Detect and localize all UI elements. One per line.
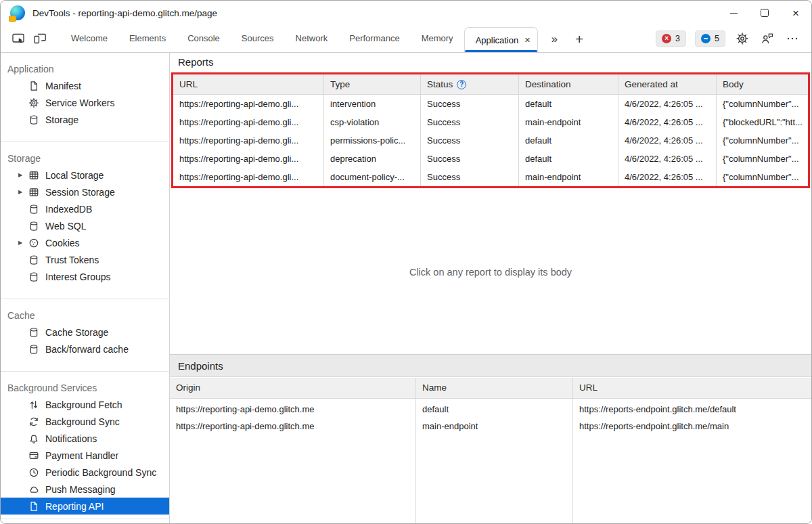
tab-welcome[interactable]: Welcome [60, 25, 118, 52]
feedback-button[interactable] [759, 30, 775, 47]
report-cell[interactable]: default [518, 131, 618, 150]
tab-close-icon[interactable]: × [524, 35, 530, 45]
sidebar-item-reporting-api[interactable]: Reporting API [1, 498, 169, 515]
report-cell[interactable]: 4/6/2022, 4:26:05 ... [618, 113, 716, 131]
sidebar-item-cookies[interactable]: ▶ Cookies [1, 234, 169, 251]
column-header-origin[interactable]: Origin [170, 378, 415, 398]
report-cell[interactable]: {"columnNumber"... [716, 131, 808, 150]
error-badge[interactable]: × 3 [656, 30, 686, 47]
tab-console[interactable]: Console [177, 25, 231, 52]
sidebar-item-push-messaging[interactable]: Push Messaging [1, 481, 169, 498]
sidebar-item-manifest[interactable]: Manifest [1, 77, 169, 94]
column-header-type[interactable]: Type [323, 74, 420, 95]
report-cell[interactable]: {"columnNumber"... [716, 95, 808, 113]
report-cell[interactable]: deprecation [323, 150, 420, 168]
report-cell[interactable]: default [518, 95, 618, 113]
close-icon: × [792, 7, 799, 19]
sidebar-item-background-sync[interactable]: Background Sync [1, 413, 169, 430]
report-cell[interactable]: {"columnNumber"... [716, 168, 808, 186]
report-cell[interactable]: https://reporting-api-demo.gli... [173, 131, 323, 150]
endpoint-cell[interactable]: https://reports-endpoint.glitch.me/main [573, 418, 811, 435]
endpoint-cell[interactable]: default [416, 401, 572, 418]
reports-section-title: Reports [170, 53, 811, 72]
sidebar-item-periodic-background-sync[interactable]: Periodic Background Sync [1, 464, 169, 481]
column-header-url[interactable]: URL [572, 378, 811, 398]
tab-sources[interactable]: Sources [231, 25, 285, 52]
help-icon[interactable]: ? [457, 80, 466, 89]
report-cell[interactable]: https://reporting-api-demo.gli... [173, 168, 323, 186]
expander-icon[interactable]: ▶ [18, 189, 28, 195]
expander-icon[interactable]: ▶ [18, 240, 28, 246]
minimize-button[interactable] [718, 1, 749, 25]
sidebar-item-notifications[interactable]: Notifications [1, 430, 169, 447]
card-icon [28, 450, 39, 461]
settings-button[interactable] [734, 30, 750, 47]
database-icon [28, 204, 39, 215]
inspect-element-button[interactable] [7, 29, 29, 48]
report-cell[interactable]: 4/6/2022, 4:26:05 ... [618, 150, 716, 168]
sidebar-item-back-forward-cache[interactable]: Back/forward cache [1, 341, 169, 357]
endpoint-cell[interactable]: main-endpoint [416, 418, 572, 435]
sidebar-item-web-sql[interactable]: Web SQL [1, 217, 169, 234]
more-tabs-button[interactable]: » [545, 32, 564, 45]
sidebar-item-indexeddb[interactable]: IndexedDB [1, 200, 169, 217]
column-header-destination[interactable]: Destination [518, 74, 618, 95]
report-cell[interactable]: Success [420, 168, 518, 186]
report-cell[interactable]: 4/6/2022, 4:26:05 ... [618, 95, 716, 113]
maximize-button[interactable] [749, 1, 780, 25]
tab-application-label: Application [476, 35, 519, 45]
report-cell[interactable]: https://reporting-api-demo.gli... [173, 95, 323, 113]
feedback-person-icon [761, 32, 774, 45]
sidebar-item-service-workers[interactable]: Service Workers [1, 94, 169, 111]
column-header-body[interactable]: Body [716, 74, 808, 95]
report-cell[interactable]: Success [420, 95, 518, 113]
column-header-name[interactable]: Name [415, 378, 572, 398]
column-header-status[interactable]: Status ? [420, 74, 518, 95]
report-cell[interactable]: Success [420, 113, 518, 131]
column-header-generated-at[interactable]: Generated at [618, 74, 716, 95]
report-cell[interactable]: document-policy-... [323, 168, 420, 186]
report-cell[interactable]: main-endpoint [518, 113, 618, 131]
endpoint-cell[interactable]: https://reporting-api-demo.glitch.me [170, 418, 415, 435]
report-cell[interactable]: permissions-polic... [323, 131, 420, 150]
column-header-url[interactable]: URL [173, 74, 323, 95]
close-button[interactable]: × [780, 1, 811, 25]
sidebar-item-background-fetch[interactable]: Background Fetch [1, 396, 169, 413]
report-cell[interactable]: https://reporting-api-demo.gli... [173, 113, 323, 131]
sidebar-item-local-storage[interactable]: ▶ Local Storage [1, 167, 169, 183]
report-cell[interactable]: default [518, 150, 618, 168]
sidebar-item-cache-storage[interactable]: Cache Storage [1, 324, 169, 341]
more-tools-button[interactable]: + [568, 32, 590, 46]
sidebar-item-payment-handler[interactable]: Payment Handler [1, 447, 169, 464]
tab-network[interactable]: Network [285, 25, 339, 52]
report-cell[interactable]: 4/6/2022, 4:26:05 ... [618, 131, 716, 150]
issue-count: 5 [715, 34, 719, 43]
report-cell[interactable]: https://reporting-api-demo.gli... [173, 150, 323, 168]
tab-performance[interactable]: Performance [338, 25, 410, 52]
device-toolbar-button[interactable] [29, 29, 51, 48]
sidebar-item-interest-groups[interactable]: Interest Groups [1, 268, 169, 285]
report-cell[interactable]: intervention [323, 95, 420, 113]
tab-elements[interactable]: Elements [118, 25, 177, 52]
devtools-app-icon [10, 5, 25, 20]
more-options-button[interactable] [784, 30, 800, 47]
report-cell[interactable]: {"blockedURL":"htt... [716, 113, 808, 131]
report-cell[interactable]: 4/6/2022, 4:26:05 ... [618, 168, 716, 186]
error-icon: × [662, 34, 671, 43]
endpoint-cell[interactable]: https://reports-endpoint.glitch.me/defau… [573, 401, 811, 418]
report-cell[interactable]: Success [420, 150, 518, 168]
report-cell[interactable]: Success [420, 131, 518, 150]
sidebar-item-trust-tokens[interactable]: Trust Tokens [1, 251, 169, 268]
report-cell[interactable]: {"columnNumber"... [716, 150, 808, 168]
endpoint-cell[interactable]: https://reporting-api-demo.glitch.me [170, 401, 415, 418]
tab-memory[interactable]: Memory [411, 25, 464, 52]
sidebar-item-storage[interactable]: Storage [1, 111, 169, 128]
report-cell[interactable]: csp-violation [323, 113, 420, 131]
issues-badge[interactable]: 5 [695, 30, 725, 47]
tab-application[interactable]: Application × [464, 27, 538, 52]
expander-icon[interactable]: ▶ [18, 172, 28, 178]
bell-icon [28, 433, 39, 444]
report-cell[interactable]: main-endpoint [518, 168, 618, 186]
file-icon [28, 501, 39, 512]
sidebar-item-session-storage[interactable]: ▶ Session Storage [1, 183, 169, 200]
